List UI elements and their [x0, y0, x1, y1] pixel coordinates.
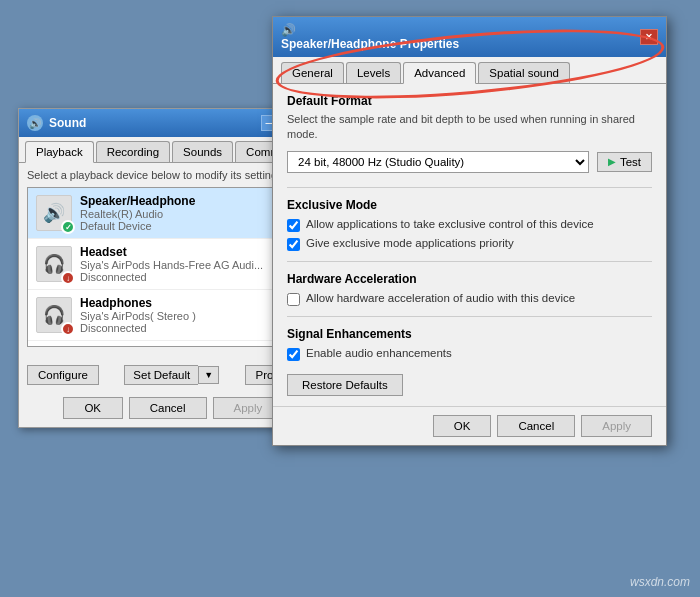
play-icon: ▶ [608, 156, 616, 167]
default-format-title: Default Format [287, 94, 652, 108]
tab-recording[interactable]: Recording [96, 141, 170, 162]
format-row: 24 bit, 48000 Hz (Studio Quality) 16 bit… [287, 151, 652, 173]
headphones-name: Headphones [80, 296, 196, 310]
tab-playback[interactable]: Playback [25, 141, 94, 163]
status-badge-red-1: ↓ [61, 271, 75, 285]
props-dialog: 🔊 Speaker/Headphone Properties ✕ General… [272, 16, 667, 446]
sound-window-title: Sound [49, 116, 86, 130]
props-apply-button[interactable]: Apply [581, 415, 652, 437]
restore-defaults-button[interactable]: Restore Defaults [287, 374, 403, 396]
tab-levels[interactable]: Levels [346, 62, 401, 83]
default-format-desc: Select the sample rate and bit depth to … [287, 112, 652, 143]
title-bar-left: 🔊 Sound [27, 115, 86, 131]
headphones-icon: 🎧 ↓ [36, 297, 72, 333]
device-info-headphones: Headphones Siya's AirPods( Stereo ) Disc… [80, 296, 196, 334]
tab-general[interactable]: General [281, 62, 344, 83]
checkbox-exclusive-priority[interactable] [287, 238, 300, 251]
checkbox-signal-input[interactable] [287, 348, 300, 361]
test-btn-label: Test [620, 156, 641, 168]
speaker-icon: 🔊 ✓ [36, 195, 72, 231]
props-ok-button[interactable]: OK [433, 415, 492, 437]
divider-3 [287, 316, 652, 317]
status-badge-green: ✓ [61, 220, 75, 234]
set-default-button[interactable]: Set Default [124, 365, 198, 385]
props-title-left: 🔊 Speaker/Headphone Properties [281, 23, 459, 51]
checkbox-hw-accel-label: Allow hardware acceleration of audio wit… [306, 292, 575, 304]
exclusive-mode-header: Exclusive Mode [287, 198, 652, 212]
props-window-controls: ✕ [640, 29, 658, 45]
sound-window-icon: 🔊 [27, 115, 43, 131]
checkbox-exclusive-control[interactable] [287, 219, 300, 232]
checkbox-exclusive-2: Give exclusive mode applications priorit… [287, 237, 652, 251]
speaker-sub2: Default Device [80, 220, 195, 232]
props-icon: 🔊 [281, 23, 459, 37]
headphones-sub1: Siya's AirPods( Stereo ) [80, 310, 196, 322]
checkbox-exclusive-control-label: Allow applications to take exclusive con… [306, 218, 594, 230]
checkbox-hw-accel-input[interactable] [287, 293, 300, 306]
format-select[interactable]: 24 bit, 48000 Hz (Studio Quality) 16 bit… [287, 151, 589, 173]
divider-1 [287, 187, 652, 188]
checkbox-exclusive-1: Allow applications to take exclusive con… [287, 218, 652, 232]
props-tabs: General Levels Advanced Spatial sound [273, 57, 666, 84]
sound-ok-button[interactable]: OK [63, 397, 123, 419]
test-button[interactable]: ▶ Test [597, 152, 652, 172]
props-dialog-title: Speaker/Headphone Properties [281, 37, 459, 51]
signal-enhancements-header: Signal Enhancements [287, 327, 652, 341]
configure-button[interactable]: Configure [27, 365, 99, 385]
checkbox-hw-accel: Allow hardware acceleration of audio wit… [287, 292, 652, 306]
props-footer: OK Cancel Apply [273, 406, 666, 445]
speaker-name: Speaker/Headphone [80, 194, 195, 208]
checkbox-signal-label: Enable audio enhancements [306, 347, 452, 359]
speaker-sub1: Realtek(R) Audio [80, 208, 195, 220]
tab-advanced[interactable]: Advanced [403, 62, 476, 84]
checkbox-exclusive-priority-label: Give exclusive mode applications priorit… [306, 237, 514, 249]
set-default-arrow[interactable]: ▼ [198, 366, 219, 384]
headset-sub2: Disconnected [80, 271, 263, 283]
checkbox-signal: Enable audio enhancements [287, 347, 652, 361]
headset-name: Headset [80, 245, 263, 259]
tab-spatial-sound[interactable]: Spatial sound [478, 62, 570, 83]
props-body: Default Format Select the sample rate an… [273, 84, 666, 406]
status-badge-red-2: ↓ [61, 322, 75, 336]
set-default-group: Set Default ▼ [124, 365, 219, 385]
watermark: wsxdn.com [630, 575, 690, 589]
tab-sounds[interactable]: Sounds [172, 141, 233, 162]
props-title-bar: 🔊 Speaker/Headphone Properties ✕ [273, 17, 666, 57]
headset-icon: 🎧 ↓ [36, 246, 72, 282]
hardware-accel-header: Hardware Acceleration [287, 272, 652, 286]
headset-sub1: Siya's AirPods Hands-Free AG Audi... [80, 259, 263, 271]
sound-cancel-button[interactable]: Cancel [129, 397, 207, 419]
divider-2 [287, 261, 652, 262]
device-info-headset: Headset Siya's AirPods Hands-Free AG Aud… [80, 245, 263, 283]
headphones-sub2: Disconnected [80, 322, 196, 334]
device-info-speaker: Speaker/Headphone Realtek(R) Audio Defau… [80, 194, 195, 232]
props-close-button[interactable]: ✕ [640, 29, 658, 45]
props-cancel-button[interactable]: Cancel [497, 415, 575, 437]
